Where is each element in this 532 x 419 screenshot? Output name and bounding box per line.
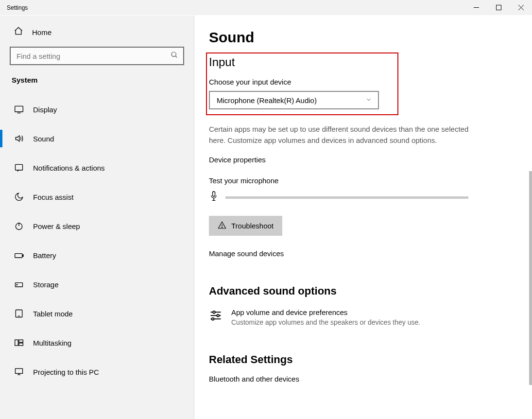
svg-rect-12 <box>23 255 24 256</box>
sidebar-item-battery[interactable]: Battery <box>10 241 184 270</box>
sidebar-item-power-sleep[interactable]: Power & sleep <box>10 211 184 241</box>
mic-test-section: Test your microphone <box>209 176 503 204</box>
test-mic-label: Test your microphone <box>209 176 503 185</box>
sidebar-item-storage[interactable]: Storage <box>10 270 184 299</box>
window-title: Settings <box>0 4 28 11</box>
sidebar-item-tablet-mode[interactable]: Tablet mode <box>10 299 184 328</box>
microphone-icon <box>209 191 219 204</box>
related-heading: Related Settings <box>209 353 503 366</box>
sidebar-item-label: Power & sleep <box>33 222 80 230</box>
svg-rect-20 <box>16 368 23 373</box>
sidebar-nav: Display Sound Notifications & actions <box>10 95 184 386</box>
svg-rect-17 <box>15 340 18 346</box>
battery-icon <box>14 250 24 260</box>
sidebar-item-label: Sound <box>33 135 54 143</box>
content-area: Sound Input Choose your input device Mic… <box>194 16 532 419</box>
device-properties-link[interactable]: Device properties <box>209 156 503 164</box>
svg-rect-1 <box>496 5 501 10</box>
sidebar-item-label: Tablet mode <box>33 310 73 318</box>
projecting-icon <box>14 367 24 377</box>
input-section-highlight: Input Choose your input device Microphon… <box>206 52 398 115</box>
power-icon <box>14 221 24 231</box>
sidebar-item-label: Notifications & actions <box>33 164 105 172</box>
sliders-icon <box>209 308 223 326</box>
troubleshoot-button[interactable]: Troubleshoot <box>209 216 282 236</box>
app-volume-subtitle: Customize app volumes and the speakers o… <box>231 318 420 326</box>
svg-point-31 <box>212 318 214 320</box>
input-device-dropdown[interactable]: Microphone (Realtek(R) Audio) <box>209 91 379 109</box>
sidebar-item-label: Focus assist <box>33 193 73 201</box>
sidebar-item-label: Battery <box>33 251 56 260</box>
multitasking-icon <box>14 338 24 348</box>
sidebar-item-projecting[interactable]: Projecting to this PC <box>10 357 184 386</box>
bluetooth-devices-link[interactable]: Bluetooth and other devices <box>209 375 503 383</box>
sidebar-item-focus-assist[interactable]: Focus assist <box>10 182 184 211</box>
page-title: Sound <box>209 29 503 46</box>
advanced-heading: Advanced sound options <box>209 285 503 297</box>
sidebar-item-display[interactable]: Display <box>10 95 184 124</box>
display-icon <box>14 105 24 114</box>
svg-point-27 <box>213 311 215 314</box>
svg-rect-8 <box>16 164 23 170</box>
sidebar-item-notifications[interactable]: Notifications & actions <box>10 153 184 182</box>
titlebar: Settings <box>0 0 532 16</box>
sidebar: Home System Display <box>0 16 194 419</box>
sidebar-item-label: Projecting to this PC <box>33 368 99 376</box>
search-box[interactable] <box>10 47 184 65</box>
home-icon <box>14 26 23 38</box>
vertical-scrollbar[interactable] <box>529 16 532 419</box>
sidebar-item-multitasking[interactable]: Multitasking <box>10 328 184 357</box>
mic-level-bar <box>225 196 468 199</box>
input-description: Certain apps may be set up to use differ… <box>209 124 481 146</box>
app-volume-preferences[interactable]: App volume and device preferences Custom… <box>209 308 503 326</box>
minimize-button[interactable] <box>465 0 487 16</box>
tablet-icon <box>14 309 24 318</box>
chevron-down-icon <box>365 96 372 105</box>
manage-sound-devices-link[interactable]: Manage sound devices <box>209 249 503 258</box>
window-controls <box>465 0 532 16</box>
sound-icon <box>14 134 24 143</box>
choose-input-label: Choose your input device <box>209 78 395 86</box>
focus-assist-icon <box>14 192 24 202</box>
home-label: Home <box>32 28 51 36</box>
svg-rect-19 <box>19 343 23 346</box>
svg-point-4 <box>172 52 176 56</box>
scrollbar-thumb[interactable] <box>529 171 532 385</box>
home-nav[interactable]: Home <box>10 16 184 47</box>
svg-line-5 <box>175 56 177 57</box>
search-icon <box>171 51 178 61</box>
storage-icon <box>14 279 24 289</box>
search-input[interactable] <box>17 52 171 60</box>
input-heading: Input <box>209 55 395 69</box>
maximize-button[interactable] <box>487 0 510 16</box>
sidebar-item-label: Display <box>33 105 57 114</box>
input-device-selected: Microphone (Realtek(R) Audio) <box>217 96 317 105</box>
notifications-icon <box>14 163 24 173</box>
svg-point-14 <box>17 284 17 285</box>
sidebar-item-label: Storage <box>33 280 59 289</box>
svg-rect-21 <box>213 192 215 196</box>
category-heading: System <box>10 76 184 95</box>
sidebar-item-label: Multitasking <box>33 339 71 347</box>
svg-rect-18 <box>19 340 23 342</box>
svg-rect-11 <box>15 254 22 258</box>
sidebar-item-sound[interactable]: Sound <box>10 124 184 153</box>
svg-point-25 <box>222 227 222 227</box>
close-button[interactable] <box>510 0 532 16</box>
troubleshoot-label: Troubleshoot <box>231 222 274 230</box>
app-volume-title: App volume and device preferences <box>231 308 420 316</box>
svg-point-29 <box>217 314 219 317</box>
svg-rect-6 <box>15 106 23 112</box>
warning-icon <box>218 221 226 231</box>
